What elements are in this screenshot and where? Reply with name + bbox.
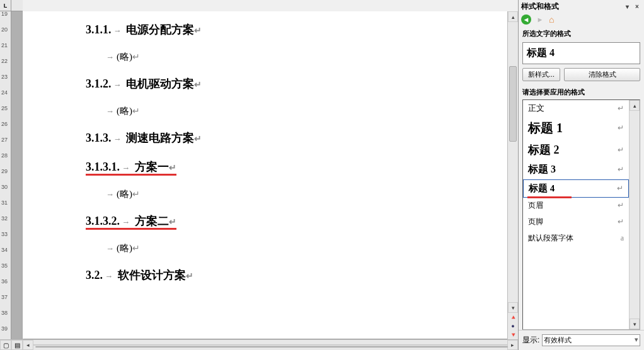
panel-close-button[interactable]: × [633,2,641,11]
heading-h4[interactable]: 3.1.1. → 电源分配方案↵ [86,15,470,45]
style-scroll-down[interactable]: ▾ [630,319,640,329]
ruler-corner: L [0,0,11,11]
editor-zone: L 64224681012141618202224262830323436384… [0,0,518,350]
panel-bottom-row: 显示: 有效样式 ▾ [519,330,644,350]
styles-panel: 样式和格式 ▾ × ◄ ► ⌂ 所选文字的格式 标题 4 新样式... 清除格式… [518,0,644,350]
clear-format-button[interactable]: 清除格式 [564,68,640,81]
show-label: 显示: [522,335,539,346]
current-style-display[interactable]: 标题 4 [522,42,640,64]
scroll-up-button[interactable]: ▴ [508,11,518,22]
panel-menu-button[interactable]: ▾ [623,2,631,11]
vertical-ruler[interactable]: 1920212223242526272829303132333435363738… [0,11,11,339]
heading-h5[interactable]: 3.1.3.1. → 方案一↵ [86,152,176,182]
panel-title: 样式和格式 [521,1,559,12]
style-scroll-up[interactable]: ▴ [630,100,640,111]
style-item-默认段落字体[interactable]: 默认段落字体a [523,230,629,247]
style-item-标题3[interactable]: 标题 3↵ [523,161,629,179]
body-paragraph[interactable]: →(略)↵ [106,45,470,69]
horizontal-scrollbar-row: ▢ ▤ ◂ ▸ [0,339,518,350]
heading-h4[interactable]: 3.1.3. → 测速电路方案↵ [86,123,470,153]
document-viewport[interactable]: 3.1.1. → 电源分配方案↵→(略)↵3.1.2. → 电机驱动方案↵→(略… [11,11,507,339]
heading-h4[interactable]: 3.2. → 软件设计方案↵ [86,261,470,290]
body-paragraph[interactable]: →(略)↵ [106,182,470,206]
style-item-页脚[interactable]: 页脚↵ [523,214,629,230]
panel-button-row: 新样式... 清除格式 [519,68,644,85]
scroll-down-button[interactable]: ▾ [508,302,518,313]
selected-text-format-label: 所选文字的格式 [519,26,644,41]
style-item-标题4[interactable]: 标题 4↵ [523,179,629,198]
back-icon[interactable]: ◄ [521,14,531,25]
horizontal-ruler[interactable]: 6422468101214161820222426283032343638404… [11,0,23,11]
vertical-scrollbar[interactable]: ▴ ▾ 🔺 ● 🔻 [507,11,518,339]
normal-view-button[interactable]: ▢ [0,340,11,350]
horizontal-ruler-row: L 64224681012141618202224262830323436384… [0,0,518,11]
view-buttons: ▢ ▤ [0,340,23,350]
scroll-left-button[interactable]: ◂ [23,340,33,350]
panel-titlebar: 样式和格式 ▾ × [519,0,644,13]
style-item-页眉[interactable]: 页眉↵ [523,198,629,214]
page[interactable]: 3.1.1. → 电源分配方案↵→(略)↵3.1.2. → 电机驱动方案↵→(略… [23,11,507,339]
panel-toolbar: ◄ ► ⌂ [519,13,644,26]
vscroll-thumb[interactable] [509,66,517,142]
body-paragraph[interactable]: →(略)↵ [106,236,470,261]
apply-format-label: 请选择要应用的格式 [519,85,644,99]
forward-icon[interactable]: ► [535,14,545,25]
prev-page-button[interactable]: 🔺 [508,313,518,322]
hscroll-thumb[interactable] [35,346,508,347]
body-paragraph[interactable]: →(略)↵ [106,99,470,123]
browse-object-button[interactable]: ● [508,322,518,330]
vscroll-track[interactable] [508,22,518,302]
scroll-right-button[interactable]: ▸ [507,340,518,350]
document-area: 1920212223242526272829303132333435363738… [0,11,518,339]
show-filter-select[interactable]: 有效样式 ▾ [542,334,640,346]
style-list: 正文↵标题 1↵标题 2↵标题 3↵标题 4↵页眉↵页脚↵默认段落字体a ▴ ▾ [522,99,640,330]
page-view-button[interactable]: ▤ [11,340,23,350]
hscroll-track[interactable] [33,344,507,346]
style-item-标题1[interactable]: 标题 1↵ [523,117,629,140]
home-icon[interactable]: ⌂ [549,14,554,25]
style-item-正文[interactable]: 正文↵ [523,100,629,117]
next-page-button[interactable]: 🔻 [508,330,518,339]
new-style-button[interactable]: 新样式... [522,68,560,81]
heading-h4[interactable]: 3.1.2. → 电机驱动方案↵ [86,69,470,99]
heading-h5[interactable]: 3.1.3.2. → 方案二↵ [86,206,176,236]
style-list-scrollbar[interactable]: ▴ ▾ [629,100,640,329]
style-item-标题2[interactable]: 标题 2↵ [523,140,629,161]
